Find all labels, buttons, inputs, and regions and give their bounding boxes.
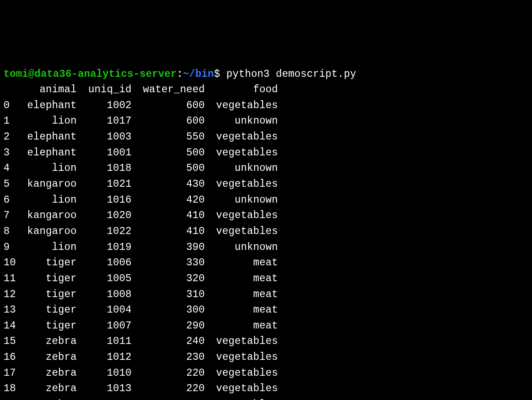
cell-food: vegetables	[205, 177, 278, 192]
cell-food: meat	[205, 255, 278, 271]
cell-water-need: 410	[132, 208, 205, 224]
cell-uniq-id: 1019	[77, 240, 132, 256]
cell-uniq-id: 1018	[77, 161, 132, 177]
cell-animal: elephant	[16, 145, 77, 161]
cell-food: vegetables	[205, 350, 278, 366]
cell-water-need: 220	[132, 366, 205, 381]
table-row: 1lion1017600unknown	[4, 113, 528, 129]
row-index: 16	[4, 350, 16, 366]
prompt-host: data36-analytics-server	[34, 68, 177, 80]
cell-animal: elephant	[16, 98, 77, 114]
cell-animal: tiger	[16, 271, 77, 287]
prompt-dollar: $	[214, 68, 220, 80]
cell-food: vegetables	[205, 129, 278, 145]
cell-uniq-id: 1010	[77, 366, 132, 381]
prompt-path: ~/bin	[183, 68, 214, 80]
table-header: animaluniq_idwater_needfood	[4, 82, 528, 98]
cell-water-need: 220	[132, 381, 205, 397]
cell-uniq-id: 1011	[77, 334, 132, 350]
table-row: 6lion1016420unknown	[4, 192, 528, 208]
table-row: 3elephant1001500vegetables	[4, 145, 528, 161]
table-row: 7kangaroo1020410vegetables	[4, 208, 528, 224]
table-row: 11tiger1005320meat	[4, 271, 528, 287]
table-body: 0elephant1002600vegetables1lion1017600un…	[4, 98, 528, 400]
cell-uniq-id: 1004	[77, 302, 132, 318]
cell-food: unknown	[205, 192, 278, 208]
prompt-user: tomi	[4, 68, 28, 80]
cell-animal: kangaroo	[16, 177, 77, 192]
table-row: 0elephant1002600vegetables	[4, 98, 528, 114]
cell-water-need: 500	[132, 161, 205, 177]
cell-uniq-id: 1001	[77, 145, 132, 161]
cell-water-need: 330	[132, 255, 205, 271]
cell-animal: zebra	[16, 381, 77, 397]
cell-uniq-id: 1003	[77, 129, 132, 145]
cell-food: meat	[205, 287, 278, 303]
cell-animal: zebra	[16, 397, 77, 400]
cell-water-need: 550	[132, 129, 205, 145]
cell-food: meat	[205, 302, 278, 318]
cell-food: vegetables	[205, 98, 278, 114]
cell-food: vegetables	[205, 145, 278, 161]
cell-animal: kangaroo	[16, 208, 77, 224]
row-index: 19	[4, 397, 16, 400]
cell-food: unknown	[205, 161, 278, 177]
cell-animal: lion	[16, 113, 77, 129]
cell-uniq-id: 1020	[77, 208, 132, 224]
row-index: 2	[4, 129, 16, 145]
row-index: 10	[4, 255, 16, 271]
cell-uniq-id: 1021	[77, 177, 132, 192]
cell-water-need: 390	[132, 240, 205, 256]
row-index: 3	[4, 145, 16, 161]
cell-uniq-id: 1013	[77, 381, 132, 397]
cell-food: meat	[205, 318, 278, 334]
row-index: 17	[4, 366, 16, 381]
col-header-animal: animal	[16, 82, 77, 98]
table-row: 13tiger1004300meat	[4, 302, 528, 318]
cell-animal: tiger	[16, 302, 77, 318]
table-row: 16zebra1012230vegetables	[4, 350, 528, 366]
cell-uniq-id: 1009	[77, 397, 132, 400]
cell-animal: elephant	[16, 129, 77, 145]
terminal[interactable]: tomi@data36-analytics-server:~/bin$ pyth…	[4, 67, 528, 400]
cell-water-need: 290	[132, 318, 205, 334]
cell-uniq-id: 1017	[77, 113, 132, 129]
table-row: 2elephant1003550vegetables	[4, 129, 528, 145]
cell-animal: zebra	[16, 334, 77, 350]
cell-water-need: 410	[132, 224, 205, 240]
row-index: 18	[4, 381, 16, 397]
row-index: 5	[4, 177, 16, 192]
col-header-water-need: water_need	[132, 82, 205, 98]
command-text: python3 demoscript.py	[220, 68, 356, 80]
cell-food: vegetables	[205, 366, 278, 381]
cell-food: vegetables	[205, 381, 278, 397]
cell-food: vegetables	[205, 397, 278, 400]
row-index: 14	[4, 318, 16, 334]
cell-food: unknown	[205, 240, 278, 256]
cell-uniq-id: 1005	[77, 271, 132, 287]
cell-water-need: 320	[132, 271, 205, 287]
cell-water-need: 230	[132, 350, 205, 366]
cell-animal: kangaroo	[16, 224, 77, 240]
table-row: 19zebra1009200vegetables	[4, 397, 528, 400]
table-row: 14tiger1007290meat	[4, 318, 528, 334]
table-row: 12tiger1008310meat	[4, 287, 528, 303]
cell-water-need: 600	[132, 98, 205, 114]
row-index: 6	[4, 192, 16, 208]
cell-water-need: 300	[132, 302, 205, 318]
table-row: 18zebra1013220vegetables	[4, 381, 528, 397]
table-row: 17zebra1010220vegetables	[4, 366, 528, 381]
cell-water-need: 310	[132, 287, 205, 303]
row-index: 11	[4, 271, 16, 287]
table-row: 9lion1019390unknown	[4, 240, 528, 256]
cell-water-need: 600	[132, 113, 205, 129]
cell-water-need: 430	[132, 177, 205, 192]
cell-food: unknown	[205, 113, 278, 129]
prompt-line: tomi@data36-analytics-server:~/bin$ pyth…	[4, 67, 528, 83]
cell-water-need: 500	[132, 145, 205, 161]
cell-animal: zebra	[16, 366, 77, 381]
cell-animal: tiger	[16, 318, 77, 334]
cell-food: vegetables	[205, 334, 278, 350]
prompt-at: @	[28, 68, 34, 80]
cell-animal: tiger	[16, 287, 77, 303]
